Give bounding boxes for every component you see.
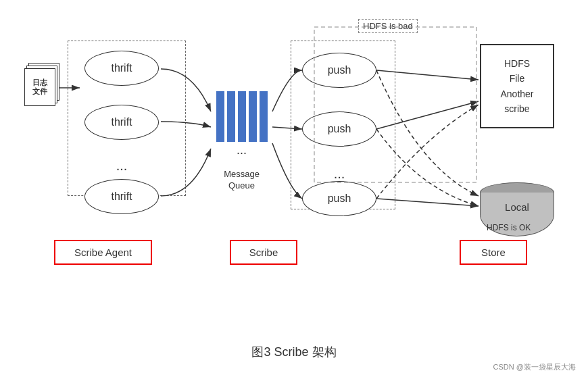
local-cylinder: Local [480,182,554,243]
hdfs-bad-label: HDFS is bad [358,19,418,33]
thrift-ellipse-1: thrift [84,51,159,86]
log-files-label: 日志 文件 [32,78,47,95]
hdfs-ok-label: HDFS is OK [487,223,531,232]
push-ellipse-1: push [302,53,376,88]
thrift-ellipse-3: thrift [84,179,159,214]
push-dots: ... [302,167,376,180]
mq-label: MessageQueue [210,169,274,192]
cylinder-label: Local [480,201,554,213]
scribe-agent-label-box: Scribe Agent [54,240,152,265]
mq-bar [238,91,246,142]
thrift-dots: ... [84,155,159,176]
push-ellipse-2: push [302,111,376,147]
diagram-container: 日志 文件 thrift thrift ... thrift ... Messa… [0,0,588,331]
watermark: CSDN @装一袋星辰大海 [493,362,576,372]
push-ellipse-3: push [302,181,376,216]
mq-bar [260,91,268,142]
mq-bars [216,88,268,142]
scribe-label-box: Scribe [230,240,297,265]
caption: 图3 Scribe 架构 [0,344,588,360]
mq-dots: ... [237,143,247,157]
store-label-box: Store [460,240,527,265]
mq-bar [216,91,224,142]
log-files: 日志 文件 [19,54,66,115]
mq-bar [249,91,257,142]
thrift-ellipse-2: thrift [84,105,159,140]
mq-bar [227,91,235,142]
hdfs-box: HDFSFileAnotherscribe [480,44,554,128]
message-queue: ... [213,88,270,162]
